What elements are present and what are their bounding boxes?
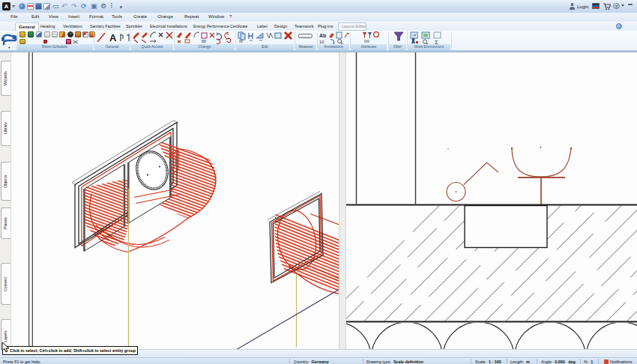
svg-text:Ab: Ab: [319, 33, 326, 38]
svg-text:A: A: [109, 32, 117, 43]
